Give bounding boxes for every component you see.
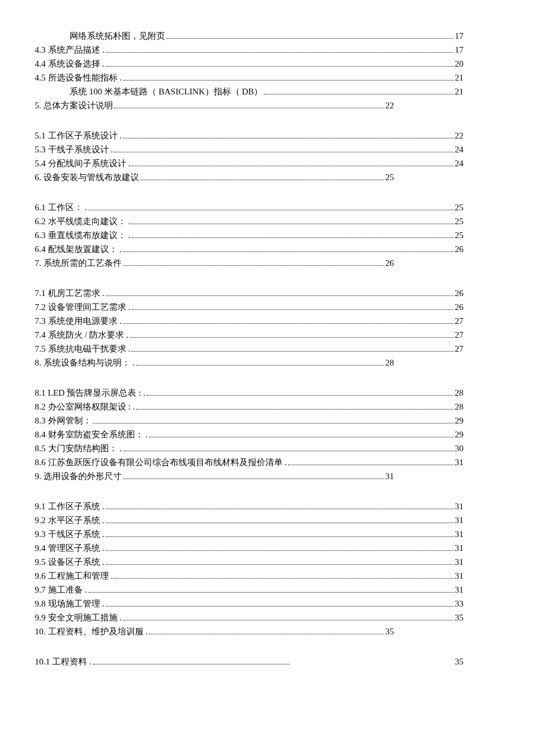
toc-entry: 网络系统拓朴图，见附页17 (35, 29, 498, 43)
toc-label: 7.5 系统抗电磁干扰要求 . (35, 342, 130, 356)
toc-entry: 6. 设备安装与管线布放建议25 (35, 170, 498, 184)
toc-page-number: 26 (455, 242, 463, 256)
toc-leader-dots (147, 395, 454, 396)
toc-leader-dots (140, 180, 384, 180)
toc-page-number: 24 (455, 143, 463, 156)
toc-label: 6.2 水平线缆走向建议： . (35, 214, 130, 228)
toc-entry: 7. 系统所需的工艺条件26 (35, 256, 498, 270)
toc-label: 8.6 江苏鱼跃医疗设备有限公司综合布线项目布线材料及报价清单 . (35, 455, 287, 469)
toc-label: 5.3 干线子系统设计 . (35, 143, 113, 156)
toc-entry: 6.1 工作区： .25 (35, 200, 498, 214)
toc-entry: 7.4 系统防火 / 防水要求 .27 (35, 328, 498, 342)
toc-page-number: 22 (385, 98, 394, 112)
toc-label: 5. 总体方案设计说明 (35, 98, 113, 112)
toc-leader-dots (105, 564, 454, 565)
toc-entry: 6.2 水平线缆走向建议： .25 (35, 214, 498, 228)
toc-page-number: 31 (455, 499, 463, 513)
toc-entry: 8.2 办公室网络权限架设 : .28 (35, 400, 498, 414)
toc-leader-dots (132, 238, 454, 238)
toc-label: 6.1 工作区： . (35, 200, 87, 214)
toc-entry: 10.1 工程资料 . 35 (35, 655, 498, 669)
toc-label: 9.3 干线区子系统 . (35, 527, 104, 541)
toc-page-number: 17 (455, 29, 463, 43)
toc-leader-dots (105, 295, 454, 296)
toc-leader-dots (136, 365, 385, 366)
toc-leader-dots (114, 578, 454, 579)
toc-leader-dots (123, 323, 454, 324)
toc-leader-dots (149, 634, 384, 634)
toc-leader-dots (166, 38, 454, 39)
toc-page-number: 25 (455, 200, 463, 214)
toc-entry: 5. 总体方案设计说明22 (35, 98, 498, 112)
toc-entry: 4.3 系统产品描述 .17 (35, 43, 498, 57)
toc-leader-dots (136, 409, 454, 410)
toc-page-number: 35 (385, 624, 394, 638)
toc-leader-dots (123, 80, 454, 81)
toc-label: 6.3 垂直线缆布放建议： . (35, 228, 130, 242)
toc-page-number: 29 (455, 414, 463, 428)
toc-leader-dots (114, 152, 454, 152)
toc-label: 7.4 系统防火 / 防水要求 . (35, 328, 129, 342)
toc-page-number: 27 (455, 314, 463, 328)
toc-label: 6. 设备安装与管线布放建议 (35, 170, 139, 184)
toc-entry: 7.2 设备管理间工艺需求 .26 (35, 300, 498, 314)
toc-label: 7.2 设备管理间工艺需求 . (35, 300, 130, 314)
toc-page-number: 35 (455, 655, 463, 669)
toc-label: 网络系统拓朴图，见附页 (70, 29, 165, 43)
toc-page-number: 24 (455, 156, 463, 170)
toc-page-number: 20 (455, 57, 463, 71)
toc-leader-dots (123, 620, 454, 620)
toc-page-number: 25 (385, 170, 394, 184)
toc-label: 7.3 系统使用电源要求 . (35, 314, 122, 328)
toc-leader-dots (105, 523, 454, 523)
toc-entry: 5.3 干线子系统设计 .24 (35, 143, 498, 156)
toc-entry: 7.3 系统使用电源要求 .27 (35, 314, 498, 328)
toc-page-number: 26 (455, 286, 463, 300)
toc-leader-dots (114, 108, 384, 108)
toc-label: 6.4 配线架放置建议： . (35, 242, 122, 256)
toc-entry: 8.3 外网管制：29 (35, 414, 498, 428)
toc-leader-dots (132, 351, 454, 352)
toc-leader-dots (105, 606, 454, 607)
toc-entry: 9.3 干线区子系统 .31 (35, 527, 498, 541)
toc-page-number: 31 (455, 455, 463, 469)
toc-page-number: 21 (455, 71, 463, 85)
toc-label: 9.4 管理区子系统 . (35, 541, 104, 555)
toc-page-number: 25 (455, 214, 463, 228)
toc-label: 8.1 LED 预告牌显示屏总表 : . (35, 386, 145, 400)
toc-entry: 8.6 江苏鱼跃医疗设备有限公司综合布线项目布线材料及报价清单 .31 (35, 455, 498, 469)
toc-page-number: 31 (455, 569, 463, 583)
toc-entry: 系统 100 米基本链路（ BASICLINK）指标（ DB）21 (35, 85, 498, 98)
toc-entry: 5.1 工作区子系统设计 .22 (35, 129, 498, 143)
toc-page-number: 31 (455, 527, 463, 541)
toc-leader-dots (123, 138, 454, 138)
toc-leader-dots (132, 309, 454, 310)
toc-entry: 9.4 管理区子系统 .31 (35, 541, 498, 555)
toc-entry: 5.4 分配线间子系统设计 .24 (35, 156, 498, 170)
toc-entry: 9.8 现场施工管理 .33 (35, 597, 498, 611)
toc-entry: 8.4 财务室防盗安全系统图： .29 (35, 428, 498, 441)
toc-page-number: 17 (455, 43, 463, 57)
toc-leader-dots (123, 251, 454, 252)
toc-label: 7.1 机房工艺需求 . (35, 286, 104, 300)
toc-label: 10.1 工程资料 . (35, 655, 92, 669)
toc-entry: 4.5 所选设备性能指标 .21 (35, 71, 498, 85)
toc-page-number: 30 (455, 441, 463, 455)
toc-page-number: 33 (455, 597, 463, 611)
toc-leader-dots (123, 479, 384, 479)
toc-entry: 9. 选用设备的外形尺寸31 (35, 469, 498, 483)
toc-entry: 9.1 工作区子系统 .31 (35, 499, 498, 513)
toc-label: 8.5 大门安防结构图： . (35, 441, 122, 455)
toc-page-number: 27 (455, 328, 463, 342)
toc-leader-dots (105, 52, 454, 53)
toc-leader-dots (132, 166, 454, 166)
toc-leader-dots (105, 536, 454, 537)
toc-page-number: 26 (455, 300, 463, 314)
toc-leader-dots (149, 437, 454, 437)
toc-label: 9.6 工程施工和管理 . (35, 569, 113, 583)
toc-label: 9.1 工作区子系统 . (35, 499, 104, 513)
toc-label: 8.4 财务室防盗安全系统图： . (35, 428, 148, 441)
toc-label: 8.3 外网管制： (35, 414, 92, 428)
toc-entry: 6.4 配线架放置建议： .26 (35, 242, 498, 256)
toc-label: 9.8 现场施工管理 . (35, 597, 104, 611)
